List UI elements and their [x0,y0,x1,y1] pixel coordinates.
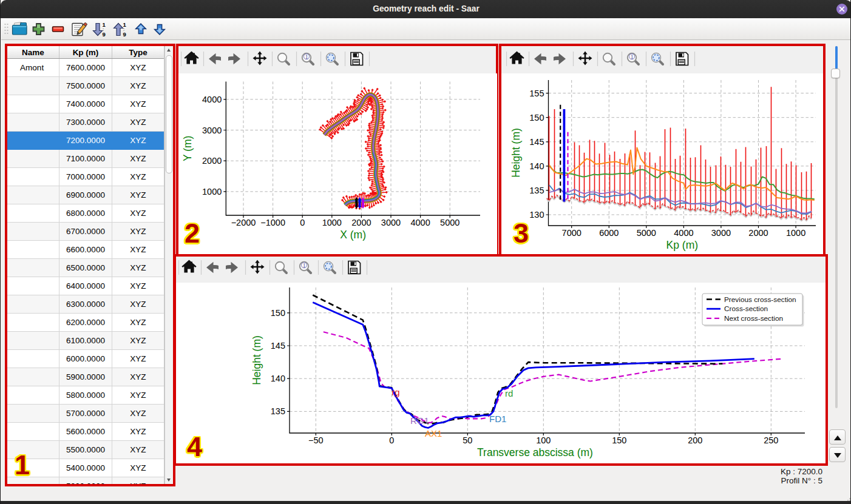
svg-text:1000: 1000 [322,218,342,227]
svg-text:4000: 4000 [202,95,222,104]
svg-text:rd: rd [505,388,513,398]
svg-text:145: 145 [271,341,285,351]
svg-text:155: 155 [529,89,544,98]
svg-text:3000: 3000 [711,228,731,238]
svg-text:2000: 2000 [202,156,222,166]
svg-text:3000: 3000 [381,218,401,227]
svg-text:130: 130 [529,210,544,220]
svg-text:1000: 1000 [202,187,222,197]
svg-text:Kp (m): Kp (m) [666,239,699,251]
svg-text:150: 150 [271,308,285,318]
svg-text:Cross-section: Cross-section [724,304,768,313]
svg-text:0: 0 [300,218,305,227]
svg-text:140: 140 [529,161,544,171]
svg-text:−2000: −2000 [231,218,256,227]
svg-text:50: 50 [463,435,472,445]
svg-text:1: 1 [305,54,308,60]
svg-text:9: 9 [103,31,106,38]
svg-text:Height (m): Height (m) [251,335,263,385]
svg-text:X (m): X (m) [340,229,366,241]
svg-text:200: 200 [688,435,702,445]
svg-text:Y (m): Y (m) [181,136,194,161]
svg-text:145: 145 [529,137,544,147]
svg-text:1: 1 [303,263,306,269]
svg-text:250: 250 [764,435,778,445]
svg-text:0: 0 [389,435,394,445]
svg-text:7000: 7000 [562,228,581,238]
svg-text:4000: 4000 [674,228,693,238]
svg-text:AX1: AX1 [425,428,442,438]
svg-text:1: 1 [631,54,634,60]
svg-text:RG1: RG1 [410,415,429,426]
svg-text:Height (m): Height (m) [510,128,522,178]
svg-text:2000: 2000 [748,228,768,238]
svg-text:3000: 3000 [202,126,222,135]
svg-text:135: 135 [529,186,544,195]
svg-text:1000: 1000 [786,228,805,238]
svg-text:150: 150 [529,113,544,123]
svg-text:2000: 2000 [351,218,371,227]
svg-text:9: 9 [123,31,126,38]
svg-text:4000: 4000 [410,218,430,227]
svg-text:Previous cross-section: Previous cross-section [724,295,796,304]
svg-text:FD1: FD1 [489,414,506,424]
svg-text:100: 100 [536,435,551,445]
svg-text:−50: −50 [308,435,324,445]
svg-text:5000: 5000 [637,228,656,238]
svg-text:135: 135 [271,406,285,416]
svg-text:6000: 6000 [599,228,619,238]
svg-text:140: 140 [271,374,285,383]
svg-text:5000: 5000 [440,218,459,227]
svg-text:Transverse abscissa (m): Transverse abscissa (m) [477,446,593,459]
svg-text:−1000: −1000 [260,218,285,227]
svg-text:rg: rg [392,387,399,397]
svg-text:Next cross-section: Next cross-section [724,314,783,323]
svg-text:150: 150 [612,435,626,445]
